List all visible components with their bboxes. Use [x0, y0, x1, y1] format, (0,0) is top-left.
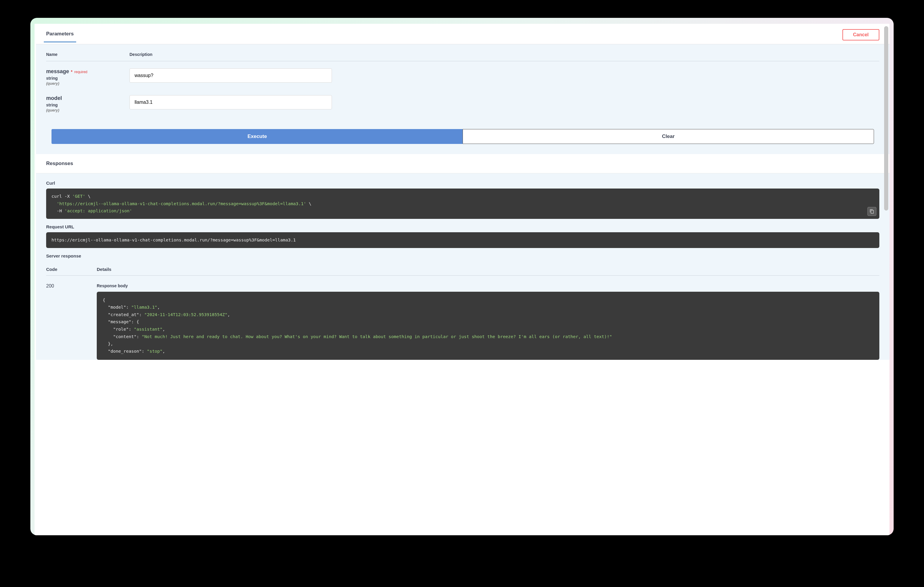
- app-window: Parameters Cancel Name Description messa…: [30, 18, 894, 535]
- response-body-json: { "model": "llama3.1", "created_at": "20…: [97, 292, 879, 360]
- json-value: "2024-11-14T12:03:52.953918554Z": [144, 312, 228, 317]
- curl-header: 'accept: application/json': [64, 209, 132, 213]
- curl-text: curl -X: [51, 194, 73, 199]
- tab-header: Parameters Cancel: [36, 24, 889, 44]
- param-input-wrap-message: [129, 68, 332, 86]
- response-table-header: Code Details: [46, 262, 879, 276]
- clear-button[interactable]: Clear: [463, 129, 874, 144]
- param-header-name: Name: [46, 52, 129, 57]
- json-key: "done_reason":: [103, 349, 147, 354]
- json-punct: ,: [157, 305, 160, 309]
- json-key: "created_at":: [103, 312, 144, 317]
- tab-parameters[interactable]: Parameters: [46, 31, 74, 42]
- cancel-button[interactable]: Cancel: [842, 29, 879, 40]
- curl-method: 'GET': [73, 194, 86, 199]
- curl-code-block: curl -X 'GET' \ 'https://ericmjl--ollama…: [46, 189, 879, 219]
- curl-url: 'https://ericmjl--ollama-ollama-v1-chat-…: [56, 201, 306, 206]
- model-input[interactable]: [129, 95, 332, 109]
- clipboard-icon: [870, 209, 874, 214]
- param-in-message: (query): [46, 81, 129, 86]
- json-key: "role":: [103, 327, 134, 332]
- json-punct: ,: [163, 327, 165, 332]
- param-type-model: string: [46, 103, 129, 107]
- param-header-description: Description: [129, 52, 152, 57]
- required-star-icon: *: [71, 69, 73, 74]
- curl-text: [51, 201, 56, 206]
- json-line: "message": {: [103, 319, 139, 324]
- json-value: "assistant": [134, 327, 163, 332]
- request-url-label: Request URL: [46, 224, 879, 229]
- json-key: "content":: [103, 334, 142, 339]
- param-meta-message: message * required string (query): [46, 68, 129, 86]
- response-details: Response body { "model": "llama3.1", "cr…: [97, 283, 879, 360]
- responses-header: Responses: [36, 154, 889, 173]
- request-url-block: https://ericmjl--ollama-ollama-v1-chat-c…: [46, 232, 879, 248]
- action-button-row: Execute Clear: [46, 129, 879, 144]
- json-punct: ,: [228, 312, 230, 317]
- response-header-code: Code: [46, 267, 97, 272]
- response-row: 200 Response body { "model": "llama3.1",…: [46, 276, 879, 360]
- json-value: "Not much! Just here and ready to chat. …: [142, 334, 612, 339]
- json-punct: ,: [163, 349, 165, 354]
- curl-text: \: [86, 194, 91, 199]
- param-input-wrap-model: [129, 95, 332, 112]
- request-url-value: https://ericmjl--ollama-ollama-v1-chat-c…: [51, 238, 296, 242]
- response-body-label: Response body: [97, 283, 879, 288]
- response-code: 200: [46, 283, 97, 360]
- json-line: },: [103, 341, 113, 346]
- param-row-model: model string (query): [46, 88, 879, 115]
- required-label: required: [74, 70, 87, 74]
- param-meta-model: model string (query): [46, 95, 129, 112]
- curl-text: -H: [51, 209, 64, 213]
- message-input[interactable]: [129, 68, 332, 83]
- content-area: Parameters Cancel Name Description messa…: [36, 24, 889, 535]
- copy-curl-button[interactable]: [868, 207, 876, 216]
- inner-panel: Parameters Cancel Name Description messa…: [35, 24, 889, 535]
- json-key: "model":: [103, 305, 131, 309]
- response-header-details: Details: [97, 267, 111, 272]
- param-name-message: message: [46, 68, 69, 75]
- json-value: "stop": [147, 349, 162, 354]
- json-value: "llama3.1": [131, 305, 157, 309]
- param-in-model: (query): [46, 108, 129, 112]
- execute-button[interactable]: Execute: [51, 129, 463, 144]
- param-row-message: message * required string (query): [46, 61, 879, 88]
- parameters-section: Name Description message * required stri…: [36, 44, 889, 154]
- param-name-model: model: [46, 95, 62, 101]
- param-type-message: string: [46, 76, 129, 81]
- server-response-label: Server response: [46, 253, 879, 258]
- curl-text: \: [306, 201, 311, 206]
- json-line: {: [103, 298, 106, 303]
- scrollbar-thumb[interactable]: [884, 26, 888, 210]
- curl-label: Curl: [46, 181, 879, 186]
- responses-body: Curl curl -X 'GET' \ 'https://ericmjl--o…: [36, 173, 889, 360]
- param-table-header: Name Description: [46, 44, 879, 61]
